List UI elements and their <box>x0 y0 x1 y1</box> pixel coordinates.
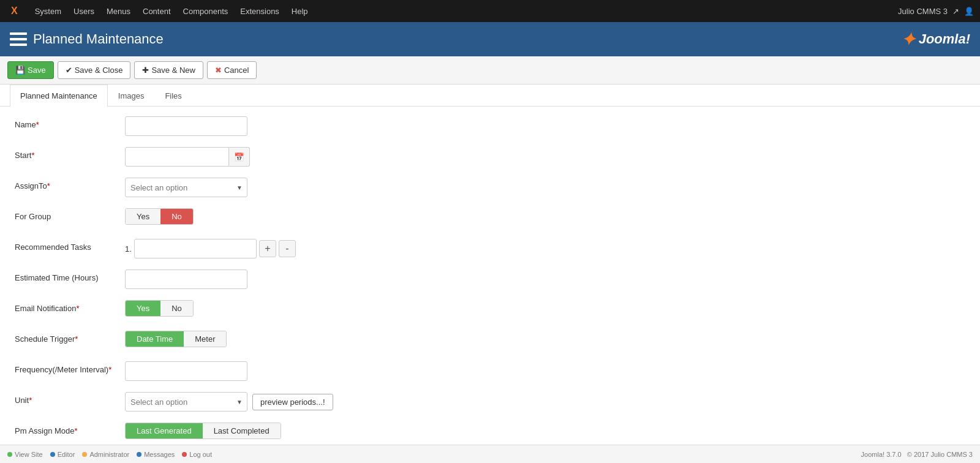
start-field-row: Start* 📅 <box>15 147 965 168</box>
messages-item[interactable]: Messages <box>137 451 175 458</box>
for-group-toggle: Yes No <box>125 208 194 225</box>
schedule-trigger-toggle: Date Time Meter <box>125 331 227 347</box>
save-close-button[interactable]: ✔ Save & Close <box>58 61 131 79</box>
form-body: Name* Start* 📅 AssignTo* Select <box>0 107 980 463</box>
unit-label: Unit* <box>15 392 125 405</box>
user-name[interactable]: Julio CMMS 3 <box>898 7 948 16</box>
start-date-wrap: 📅 <box>125 147 250 167</box>
logout-label[interactable]: Log out <box>189 451 212 458</box>
for-group-label: For Group <box>15 208 125 221</box>
start-label: Start* <box>15 147 125 160</box>
last-generated-button[interactable]: Last Generated <box>126 423 203 439</box>
external-link-icon: ↗ <box>952 7 959 16</box>
for-group-field-row: For Group Yes No <box>15 208 965 229</box>
unit-field-wrap: Select an option ▼ preview periods...! <box>125 392 333 412</box>
copyright-info: Joomla! 3.7.0 © 2017 Julio CMMS 3 <box>861 451 973 458</box>
administrator-item[interactable]: Administrator <box>82 451 129 458</box>
editor-label[interactable]: Editor <box>58 451 75 458</box>
remove-task-button[interactable]: - <box>279 240 296 257</box>
toolbar: 💾 Save ✔ Save & Close ✚ Save & New ✖ Can… <box>0 56 980 85</box>
nav-menus[interactable]: Menus <box>102 7 135 16</box>
nav-content[interactable]: Content <box>138 7 176 16</box>
frequency-field-row: Frequency(/Meter Interval)* <box>15 361 965 382</box>
recommended-tasks-label: Recommended Tasks <box>15 239 125 252</box>
tab-images[interactable]: Images <box>108 85 155 107</box>
tab-files[interactable]: Files <box>154 85 192 107</box>
header-bar: Planned Maintenance ✦ Joomla! <box>0 22 980 56</box>
schedule-datetime-button[interactable]: Date Time <box>126 331 184 347</box>
frequency-input[interactable] <box>125 361 247 381</box>
nav-users[interactable]: Users <box>69 7 99 16</box>
messages-dot <box>137 452 141 457</box>
pm-assign-mode-field-row: Pm Assign Mode* Last Generated Last Comp… <box>15 423 965 443</box>
copyright-year: © 2017 Julio CMMS 3 <box>907 451 973 458</box>
tab-planned-maintenance[interactable]: Planned Maintenance <box>10 85 108 107</box>
administrator-dot <box>82 452 87 457</box>
unit-select-wrap: Select an option ▼ <box>125 392 247 412</box>
unit-select[interactable]: Select an option <box>125 392 247 412</box>
user-icon[interactable]: 👤 <box>964 7 974 16</box>
pm-assign-mode-label: Pm Assign Mode* <box>15 423 125 435</box>
nav-extensions[interactable]: Extensions <box>235 7 284 16</box>
email-yes-button[interactable]: Yes <box>126 301 160 316</box>
for-group-yes-button[interactable]: Yes <box>126 209 160 224</box>
view-site-label[interactable]: View Site <box>15 451 43 458</box>
pm-assign-mode-toggle: Last Generated Last Completed <box>125 423 281 439</box>
email-notification-field-row: Email Notification* Yes No <box>15 300 965 321</box>
frequency-label: Frequency(/Meter Interval)* <box>15 361 125 374</box>
nav-system[interactable]: System <box>30 7 66 16</box>
times-icon: ✖ <box>215 66 222 75</box>
for-group-no-button[interactable]: No <box>160 209 193 224</box>
plus-icon: ✚ <box>142 66 149 75</box>
add-task-button[interactable]: + <box>259 240 276 257</box>
recommended-task-input[interactable] <box>134 239 257 258</box>
schedule-trigger-label: Schedule Trigger* <box>15 331 125 344</box>
tab-bar: Planned Maintenance Images Files <box>0 85 980 107</box>
unit-field-row: Unit* Select an option ▼ preview periods… <box>15 392 965 413</box>
save-new-button[interactable]: ✚ Save & New <box>134 61 203 79</box>
joomla-logo: ✦ Joomla! <box>901 29 970 50</box>
editor-item[interactable]: Editor <box>50 451 75 458</box>
editor-dot <box>50 452 55 457</box>
logout-dot <box>182 452 187 457</box>
preview-periods-button[interactable]: preview periods...! <box>252 394 333 410</box>
name-input[interactable] <box>125 116 247 136</box>
assign-to-label: AssignTo* <box>15 178 125 190</box>
task-number: 1. <box>125 244 132 254</box>
schedule-trigger-field-row: Schedule Trigger* Date Time Meter <box>15 331 965 352</box>
joomla-brand-text: Joomla! <box>919 31 970 47</box>
email-no-button[interactable]: No <box>160 301 193 316</box>
logout-item[interactable]: Log out <box>182 451 212 458</box>
page-icon <box>10 32 27 46</box>
assign-to-select-wrap: Select an option ▼ <box>125 178 247 197</box>
version-text: Joomla! 3.7.0 <box>861 451 902 458</box>
administrator-label[interactable]: Administrator <box>89 451 129 458</box>
schedule-meter-button[interactable]: Meter <box>184 331 226 347</box>
floppy-icon: 💾 <box>15 66 25 75</box>
content-area: Planned Maintenance Images Files Name* S… <box>0 85 980 463</box>
email-notification-toggle: Yes No <box>125 300 194 317</box>
nav-help[interactable]: Help <box>287 7 313 16</box>
assign-to-field-row: AssignTo* Select an option ▼ <box>15 178 965 198</box>
recommended-tasks-wrap: 1. + - <box>125 239 296 258</box>
messages-label[interactable]: Messages <box>144 451 175 458</box>
start-date-input[interactable] <box>125 147 229 167</box>
last-completed-button[interactable]: Last Completed <box>203 423 281 439</box>
page-title: Planned Maintenance <box>33 31 164 47</box>
name-label: Name* <box>15 116 125 129</box>
joomla-x-logo: X <box>6 6 23 17</box>
joomla-star-icon: ✦ <box>901 29 915 50</box>
assign-to-select[interactable]: Select an option <box>125 178 247 197</box>
estimated-time-input[interactable] <box>125 269 247 289</box>
nav-components[interactable]: Components <box>178 7 233 16</box>
check-icon: ✔ <box>66 66 72 75</box>
name-field-row: Name* <box>15 116 965 137</box>
cancel-button[interactable]: ✖ Cancel <box>207 61 257 79</box>
calendar-button[interactable]: 📅 <box>229 147 250 167</box>
top-navigation: X System Users Menus Content Components … <box>0 0 980 22</box>
recommended-tasks-field-row: Recommended Tasks 1. + - <box>15 239 965 260</box>
view-site-item[interactable]: View Site <box>7 451 43 458</box>
bottom-bar: View Site Editor Administrator Messages … <box>0 445 980 463</box>
save-button[interactable]: 💾 Save <box>7 61 54 79</box>
estimated-time-label: Estimated Time (Hours) <box>15 269 125 282</box>
